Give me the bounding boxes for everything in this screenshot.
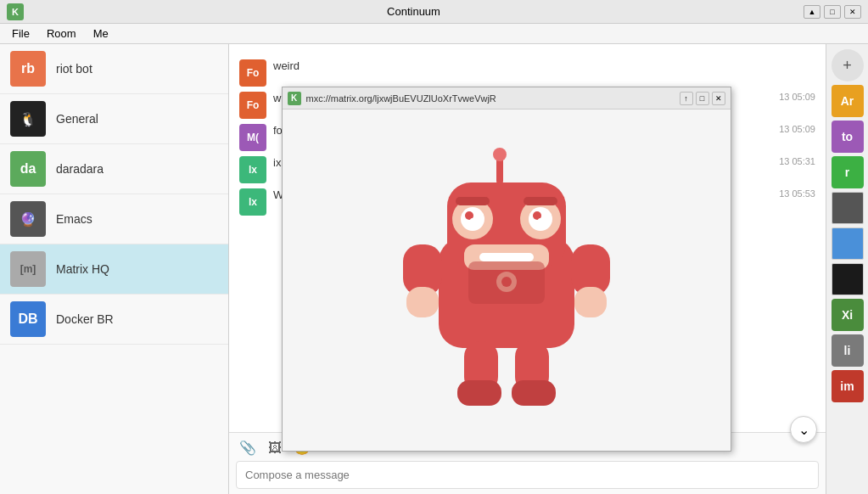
room-name-daradara: daradara	[56, 162, 104, 176]
app-icon: K	[7, 3, 24, 20]
svg-rect-25	[512, 380, 556, 406]
room-avatar-matrix-hq: [m]	[10, 251, 46, 287]
image-viewer-overlay: K mxc://matrix.org/ljxwjBuEVUZlUoXrTvweV…	[229, 44, 783, 494]
add-room-button[interactable]: +	[832, 49, 864, 81]
msg-time: 13 05:31	[779, 156, 815, 166]
right-sidebar-item-ar[interactable]: Ar	[832, 85, 864, 117]
window-controls: ▲ □ ✕	[804, 5, 861, 19]
svg-rect-21	[574, 287, 607, 317]
room-avatar-docker-br: DB	[10, 301, 46, 337]
close-button[interactable]: ✕	[844, 5, 861, 19]
msg-time: 13 05:53	[779, 188, 815, 199]
room-avatar-riot-bot: rb	[10, 51, 46, 87]
svg-rect-20	[406, 287, 439, 317]
room-name-emacs: Emacs	[56, 212, 92, 226]
right-sidebar: + ArtorXiliim	[826, 44, 868, 494]
svg-point-3	[493, 148, 507, 161]
robot-image	[388, 144, 625, 416]
right-sidebar-item-to[interactable]: to	[832, 121, 864, 153]
sidebar-item-riot-bot[interactable]: rbriot bot	[0, 44, 228, 94]
maximize-button[interactable]: □	[824, 5, 841, 19]
chat-area: Fo weird Fo we... 13 05:09 M( fo... 13 0…	[229, 44, 826, 494]
menubar: File Room Me	[0, 24, 868, 44]
svg-rect-13	[524, 197, 557, 205]
minimize-button[interactable]: ▲	[804, 5, 820, 19]
menu-room[interactable]: Room	[38, 25, 85, 42]
room-avatar-daradara: da	[10, 151, 46, 187]
msg-time: 13 05:09	[779, 92, 815, 102]
menu-me[interactable]: Me	[85, 25, 117, 42]
viewer-url: mxc://matrix.org/ljxwjBuEVUZlUoXrTvweVwj…	[306, 93, 675, 104]
titlebar: K Continuum ▲ □ ✕	[0, 0, 868, 24]
room-avatar-emacs: 🔮	[10, 201, 46, 237]
room-name-matrix-hq: Matrix HQ	[56, 262, 109, 276]
right-sidebar-item-img3[interactable]	[832, 263, 864, 295]
sidebar: rbriot bot🐧Generaldadaradara🔮Emacs[m]Mat…	[0, 44, 229, 494]
room-name-general: General	[56, 112, 98, 126]
sidebar-item-daradara[interactable]: dadaradara	[0, 144, 228, 194]
svg-rect-24	[457, 380, 501, 406]
svg-rect-15	[479, 253, 534, 261]
svg-rect-12	[456, 197, 490, 205]
viewer-restore-button[interactable]: □	[696, 92, 709, 105]
svg-rect-26	[468, 261, 545, 304]
main-layout: rbriot bot🐧Generaldadaradara🔮Emacs[m]Mat…	[0, 44, 868, 494]
viewer-titlebar: K mxc://matrix.org/ljxwjBuEVUZlUoXrTvweV…	[283, 87, 731, 109]
svg-point-11	[538, 218, 543, 223]
right-sidebar-item-xi[interactable]: Xi	[832, 299, 864, 331]
menu-file[interactable]: File	[3, 25, 38, 42]
window-title: Continuum	[24, 5, 804, 18]
room-avatar-general: 🐧	[10, 101, 46, 137]
right-sidebar-item-r[interactable]: r	[832, 156, 864, 188]
sidebar-item-docker-br[interactable]: DBDocker BR	[0, 295, 228, 345]
msg-time: 13 05:09	[779, 124, 815, 134]
viewer-controls: ↑ □ ✕	[680, 92, 725, 105]
scroll-to-bottom-button[interactable]: ⌄	[790, 416, 817, 443]
sidebar-item-general[interactable]: 🐧General	[0, 94, 228, 144]
viewer-window: K mxc://matrix.org/ljxwjBuEVUZlUoXrTvweV…	[282, 87, 731, 452]
sidebar-item-emacs[interactable]: 🔮Emacs	[0, 194, 228, 244]
viewer-app-icon: K	[288, 92, 301, 105]
room-name-riot-bot: riot bot	[56, 62, 92, 76]
right-sidebar-item-li[interactable]: li	[832, 334, 864, 367]
right-sidebar-item-im[interactable]: im	[832, 370, 864, 402]
viewer-content	[283, 109, 731, 451]
right-sidebar-item-img2[interactable]	[832, 227, 864, 260]
viewer-close-button[interactable]: ✕	[712, 92, 725, 105]
svg-point-10	[470, 218, 475, 223]
viewer-expand-button[interactable]: ↑	[680, 92, 693, 105]
room-name-docker-br: Docker BR	[56, 312, 114, 326]
sidebar-item-matrix-hq[interactable]: [m]Matrix HQ	[0, 244, 228, 295]
right-sidebar-item-img1[interactable]	[832, 192, 864, 224]
